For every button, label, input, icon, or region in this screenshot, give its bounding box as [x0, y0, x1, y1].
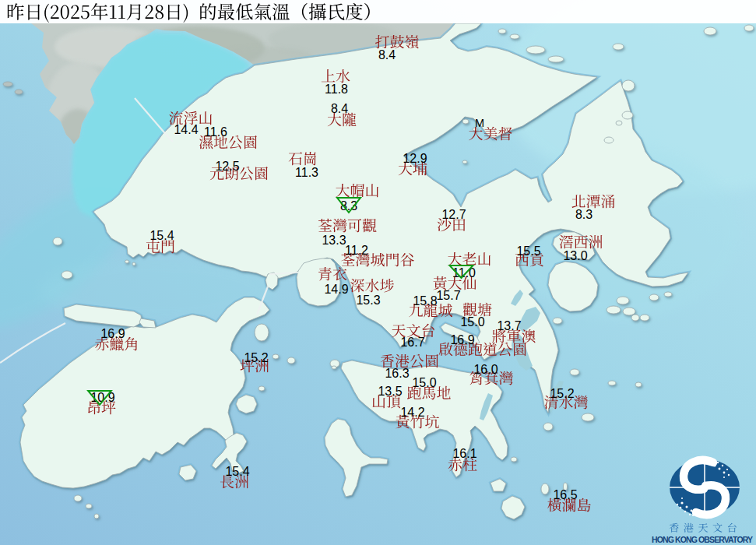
svg-text:8.4: 8.4 — [378, 48, 396, 62]
svg-text:15.2: 15.2 — [550, 387, 574, 400]
svg-text:16.1: 16.1 — [452, 447, 476, 460]
svg-text:12.7: 12.7 — [441, 208, 466, 221]
svg-text:13.3: 13.3 — [322, 234, 346, 247]
svg-text:16.3: 16.3 — [385, 367, 409, 380]
svg-text:15.7: 15.7 — [436, 289, 460, 302]
svg-text:15.3: 15.3 — [356, 294, 380, 307]
svg-text:15.5: 15.5 — [516, 244, 540, 258]
svg-text:15.8: 15.8 — [413, 294, 437, 308]
svg-text:13.7: 13.7 — [497, 319, 521, 332]
svg-text:12.9: 12.9 — [403, 152, 427, 165]
svg-text:16.9: 16.9 — [450, 333, 474, 346]
svg-text:13.0: 13.0 — [563, 249, 587, 262]
svg-text:8.4: 8.4 — [331, 102, 348, 115]
svg-text:16.5: 16.5 — [553, 488, 577, 501]
svg-text:14.2: 14.2 — [400, 406, 424, 419]
svg-text:16.0: 16.0 — [473, 363, 498, 376]
svg-text:11.8: 11.8 — [325, 83, 348, 96]
svg-text:14.4: 14.4 — [174, 123, 198, 136]
svg-text:12.5: 12.5 — [215, 160, 239, 173]
svg-text:11.2: 11.2 — [345, 244, 368, 257]
svg-text:15.0: 15.0 — [460, 315, 484, 329]
svg-text:14.9: 14.9 — [324, 283, 348, 296]
svg-text:11.6: 11.6 — [204, 125, 227, 139]
svg-text:16.9: 16.9 — [100, 327, 125, 340]
svg-text:15.4: 15.4 — [149, 229, 174, 242]
svg-text:8.3: 8.3 — [575, 208, 592, 221]
svg-text:15.4: 15.4 — [225, 465, 249, 478]
svg-text:11.3: 11.3 — [295, 166, 318, 179]
svg-text:M: M — [475, 117, 484, 129]
svg-text:15.2: 15.2 — [244, 351, 268, 364]
svg-text:HONG KONG OBSERVATORY: HONG KONG OBSERVATORY — [652, 535, 753, 544]
svg-text:13.5: 13.5 — [378, 385, 402, 398]
svg-text:15.0: 15.0 — [412, 376, 436, 389]
svg-text:16.7: 16.7 — [400, 336, 424, 349]
